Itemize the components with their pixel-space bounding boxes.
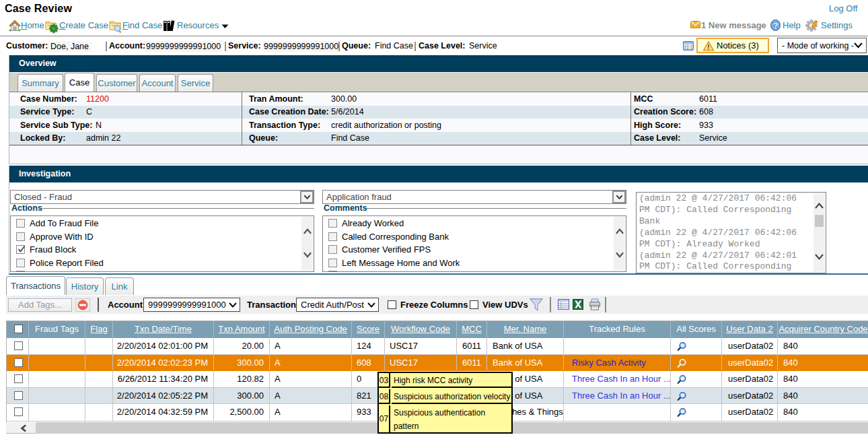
svg-text:?: ? — [773, 22, 778, 30]
